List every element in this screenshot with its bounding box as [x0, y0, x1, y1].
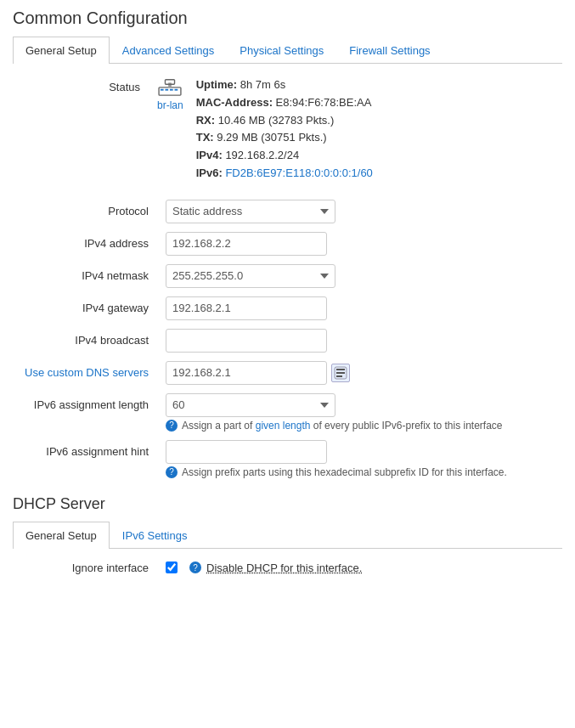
dhcp-tab-ipv6-settings[interactable]: IPv6 Settings: [110, 522, 200, 549]
ipv6-assignment-hint-label: IPv6 assignment hint: [13, 445, 166, 458]
dhcp-info-icon: ?: [189, 562, 201, 573]
svg-rect-10: [336, 375, 342, 377]
ipv4-address-label: IPv4 address: [13, 237, 166, 250]
ipv4-broadcast-label: IPv4 broadcast: [13, 334, 166, 347]
info-icon-2: ?: [166, 466, 178, 478]
status-section: Status br-lan Uptime: 8h 7m 6s MAC-Addre…: [13, 76, 562, 183]
add-dns-icon: [334, 366, 347, 380]
dhcp-tab-general-setup[interactable]: General Setup: [13, 522, 110, 549]
status-uptime: Uptime: 8h 7m 6s: [196, 76, 554, 94]
status-ipv6: IPv6: FD2B:6E97:E118:0:0:0:0:1/60: [196, 165, 554, 183]
protocol-select[interactable]: Static address DHCP client PPPoE: [166, 200, 335, 223]
ipv4-netmask-row: IPv4 netmask 255.255.255.0 255.255.0.0 2…: [13, 264, 562, 288]
ipv6-assignment-hint-hint: ? Assign prefix parts using this hexadec…: [166, 466, 507, 478]
ipv4-gateway-input[interactable]: [166, 296, 327, 320]
svg-rect-4: [175, 89, 178, 91]
svg-rect-2: [166, 89, 169, 91]
status-icon-area: br-lan: [157, 76, 183, 111]
ipv4-address-row: IPv4 address: [13, 232, 562, 256]
add-dns-button[interactable]: [331, 364, 350, 382]
tab-general-setup[interactable]: General Setup: [13, 37, 110, 64]
info-icon: ?: [166, 420, 178, 432]
form-section: Protocol Static address DHCP client PPPo…: [13, 200, 562, 478]
dns-input-area: [166, 361, 350, 385]
svg-rect-0: [159, 87, 181, 95]
status-label: Status: [21, 76, 157, 93]
tab-firewall-settings[interactable]: Firewall Settings: [336, 37, 443, 64]
page-title: Common Configuration: [13, 8, 562, 28]
tab-bar: General Setup Advanced Settings Physical…: [13, 37, 562, 64]
svg-rect-5: [168, 82, 172, 87]
protocol-label: Protocol: [13, 205, 166, 217]
dns-input[interactable]: [166, 361, 327, 385]
tab-advanced-settings[interactable]: Advanced Settings: [110, 37, 227, 64]
ipv6-assignment-hint-input[interactable]: [166, 440, 327, 464]
network-icon: [157, 76, 183, 97]
ipv4-broadcast-input[interactable]: [166, 329, 327, 353]
tab-physical-settings[interactable]: Physical Settings: [227, 37, 336, 64]
svg-rect-3: [170, 89, 173, 91]
ipv4-netmask-select[interactable]: 255.255.255.0 255.255.0.0 255.0.0.0: [166, 264, 335, 288]
status-ipv4: IPv4: 192.168.2.2/24: [196, 147, 554, 165]
protocol-row: Protocol Static address DHCP client PPPo…: [13, 200, 562, 223]
dhcp-hint-area: ? Disable DHCP for this interface.: [166, 562, 362, 574]
svg-rect-9: [336, 372, 345, 374]
ipv6-assignment-length-select[interactable]: 60 48 56 64: [166, 393, 335, 417]
ignore-interface-label: Ignore interface: [13, 562, 166, 574]
dns-row: Use custom DNS servers: [13, 361, 562, 385]
ipv4-gateway-row: IPv4 gateway: [13, 296, 562, 320]
dhcp-section-title: DHCP Server: [13, 495, 562, 513]
ipv6-assignment-length-inner: IPv6 assignment length 60 48 56 64: [13, 393, 335, 417]
status-rx: RX: 10.46 MB (32783 Pkts.): [196, 112, 554, 130]
dhcp-tab-bar: General Setup IPv6 Settings: [13, 522, 562, 549]
ipv6-assignment-hint-inner: IPv6 assignment hint: [13, 440, 327, 464]
ipv4-gateway-label: IPv4 gateway: [13, 302, 166, 314]
status-mac: MAC-Address: E8:94:F6:78:BE:AA: [196, 94, 554, 112]
svg-rect-1: [161, 89, 164, 91]
interface-name[interactable]: br-lan: [157, 99, 183, 111]
ipv4-netmask-label: IPv4 netmask: [13, 269, 166, 282]
ipv4-address-input[interactable]: [166, 232, 327, 256]
ignore-interface-row: Ignore interface ? Disable DHCP for this…: [13, 562, 562, 574]
ignore-interface-checkbox[interactable]: [166, 562, 178, 573]
ipv6-assignment-length-hint: ? Assign a part of given length of every…: [166, 420, 503, 432]
svg-rect-8: [336, 369, 345, 370]
ipv6-assignment-length-label: IPv6 assignment length: [13, 398, 166, 411]
dns-label: Use custom DNS servers: [13, 366, 166, 379]
ipv6-assignment-hint-row: IPv6 assignment hint ? Assign prefix par…: [13, 440, 562, 478]
status-tx: TX: 9.29 MB (30751 Pkts.): [196, 129, 554, 147]
ipv4-broadcast-row: IPv4 broadcast: [13, 329, 562, 353]
ipv6-assignment-length-row: IPv6 assignment length 60 48 56 64 ? Ass…: [13, 393, 562, 432]
status-info: Uptime: 8h 7m 6s MAC-Address: E8:94:F6:7…: [196, 76, 554, 183]
